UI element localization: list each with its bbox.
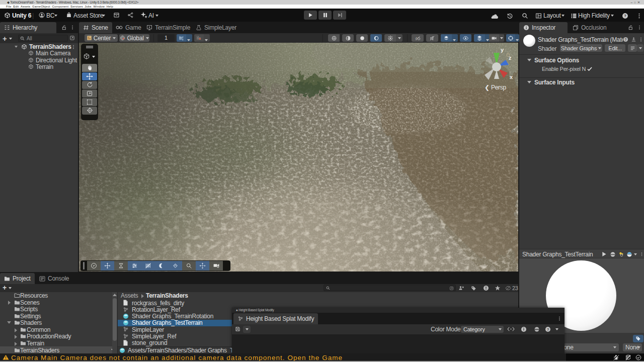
svg-text:x: x bbox=[510, 74, 513, 80]
svg-text:y: y bbox=[182, 38, 184, 41]
svg-text:?: ? bbox=[625, 38, 627, 41]
svg-text:y: y bbox=[501, 47, 504, 53]
svg-text:?: ? bbox=[547, 328, 549, 331]
svg-text:x: x bbox=[182, 35, 184, 38]
svg-text:?: ? bbox=[624, 14, 626, 18]
